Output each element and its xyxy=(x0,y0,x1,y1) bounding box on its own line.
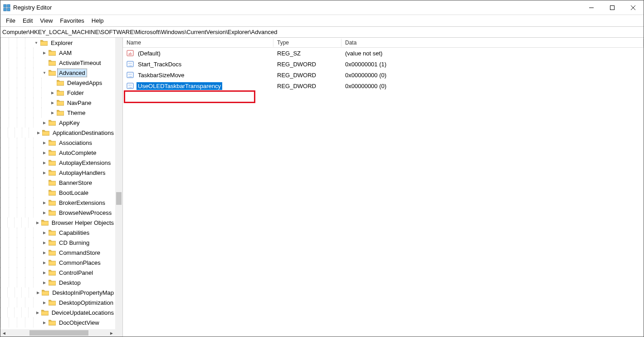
expand-icon[interactable]: ▶ xyxy=(41,51,48,55)
tree-item-label: BootLocale xyxy=(58,189,90,197)
tree-item[interactable]: ▶ControlPanel xyxy=(0,268,115,278)
minimize-icon xyxy=(589,5,594,10)
tree-item[interactable]: ▶ApplicationDestinations xyxy=(0,128,115,138)
window-controls xyxy=(581,0,644,15)
expand-icon[interactable]: ▶ xyxy=(41,281,48,285)
maximize-button[interactable] xyxy=(602,0,623,15)
folder-icon xyxy=(49,259,56,266)
expand-icon[interactable]: ▶ xyxy=(49,111,56,115)
tree-item[interactable]: ActivateTimeout xyxy=(0,58,115,68)
expand-icon[interactable]: ▶ xyxy=(41,271,48,275)
tree-item[interactable]: ▶AppKey xyxy=(0,118,115,128)
menu-favorites[interactable]: Favorites xyxy=(56,16,88,25)
tree-item[interactable]: ▶NavPane xyxy=(0,98,115,108)
titlebar[interactable]: Registry Editor xyxy=(0,0,644,15)
value-row[interactable]: ab(Default)REG_SZ(value not set) xyxy=(123,48,644,59)
expand-icon[interactable]: ▶ xyxy=(49,91,56,95)
tree-item[interactable]: ▼Explorer xyxy=(0,38,115,48)
tree-item[interactable]: ▶BrokerExtensions xyxy=(0,198,115,208)
folder-icon xyxy=(42,289,49,296)
expand-icon[interactable]: ▶ xyxy=(35,221,40,225)
expand-icon[interactable]: ▼ xyxy=(41,71,48,75)
expand-icon[interactable]: ▶ xyxy=(41,241,48,245)
expand-icon[interactable]: ▶ xyxy=(35,291,41,295)
tree-item[interactable]: BootLocale xyxy=(0,188,115,198)
expand-icon[interactable]: ▶ xyxy=(41,261,48,265)
tree-item-label: CommonPlaces xyxy=(58,259,102,267)
menubar: File Edit View Favorites Help xyxy=(0,15,644,27)
folder-icon xyxy=(49,199,56,206)
expand-icon[interactable]: ▶ xyxy=(41,231,48,235)
tree-vertical-scrollbar[interactable] xyxy=(115,38,122,329)
menu-help[interactable]: Help xyxy=(88,16,107,25)
value-row[interactable]: 011110Start_TrackDocsREG_DWORD0x00000001… xyxy=(123,59,644,69)
tree-item[interactable]: ▶AAM xyxy=(0,48,115,58)
tree-pane: ▼Explorer▶AAMActivateTimeout▼AdvancedDel… xyxy=(0,38,123,337)
scrollbar-thumb[interactable] xyxy=(116,192,122,205)
tree-horizontal-scrollbar[interactable]: ◄ ► xyxy=(0,329,115,337)
expand-icon[interactable]: ▶ xyxy=(36,131,41,135)
expand-icon[interactable]: ▶ xyxy=(41,151,48,155)
tree-item[interactable]: ▶DeviceUpdateLocations xyxy=(0,307,115,317)
expand-icon[interactable]: ▶ xyxy=(41,251,48,255)
tree-item[interactable]: ▶AutoComplete xyxy=(0,148,115,158)
binary-value-icon: 011110 xyxy=(127,71,134,79)
value-list[interactable]: ab(Default)REG_SZ(value not set)011110St… xyxy=(123,48,644,337)
column-name[interactable]: Name xyxy=(123,39,273,47)
maximize-icon xyxy=(610,5,615,10)
column-type[interactable]: Type xyxy=(273,39,342,47)
expand-icon[interactable]: ▶ xyxy=(41,211,48,215)
value-row[interactable]: 011110UseOLEDTaskbarTransparencyREG_DWOR… xyxy=(123,80,644,91)
tree-item-label: CommandStore xyxy=(58,249,102,257)
expand-icon[interactable]: ▶ xyxy=(41,171,48,175)
expand-icon[interactable]: ▶ xyxy=(35,311,40,315)
value-data: 0x00000001 (1) xyxy=(342,61,644,68)
tree-item-label: DeviceUpdateLocations xyxy=(50,309,115,317)
tree-item-label: DesktopOptimization xyxy=(58,299,115,307)
tree-item[interactable]: ▶CD Burning xyxy=(0,238,115,248)
folder-icon xyxy=(49,269,56,276)
tree-item[interactable]: ▶DesktopOptimization xyxy=(0,297,115,307)
menu-view[interactable]: View xyxy=(36,16,56,25)
expand-icon[interactable]: ▶ xyxy=(41,141,48,145)
menu-edit[interactable]: Edit xyxy=(19,16,36,25)
tree-item[interactable]: ▼Advanced xyxy=(0,68,115,78)
value-row[interactable]: 011110TaskbarSizeMoveREG_DWORD0x00000000… xyxy=(123,69,644,80)
tree-item[interactable]: ▶Browser Helper Objects xyxy=(0,218,115,228)
close-button[interactable] xyxy=(623,0,644,15)
titlebar-text: Registry Editor xyxy=(13,4,52,11)
tree-item[interactable]: ▶BrowseNewProcess xyxy=(0,208,115,218)
tree-item[interactable]: DelayedApps xyxy=(0,78,115,88)
address-bar[interactable]: Computer\HKEY_LOCAL_MACHINE\SOFTWARE\Mic… xyxy=(0,27,644,38)
expand-icon[interactable]: ▶ xyxy=(41,301,48,305)
scrollbar-thumb[interactable] xyxy=(29,330,88,336)
column-data[interactable]: Data xyxy=(342,39,644,47)
tree-item-label: Browser Helper Objects xyxy=(50,219,115,227)
scroll-right-icon[interactable]: ► xyxy=(108,329,115,337)
tree[interactable]: ▼Explorer▶AAMActivateTimeout▼AdvancedDel… xyxy=(0,38,115,329)
tree-item[interactable]: ▶DocObjectView xyxy=(0,317,115,327)
tree-item[interactable]: ▶Associations xyxy=(0,138,115,148)
tree-item-label: Desktop xyxy=(58,279,82,287)
tree-item[interactable]: ▶CommandStore xyxy=(0,248,115,258)
expand-icon[interactable]: ▶ xyxy=(41,321,48,325)
menu-file[interactable]: File xyxy=(2,16,19,25)
value-name: Start_TrackDocs xyxy=(137,60,183,68)
tree-item[interactable]: BannerStore xyxy=(0,178,115,188)
tree-item[interactable]: ▶DesktopIniPropertyMap xyxy=(0,287,115,297)
expand-icon[interactable]: ▶ xyxy=(41,161,48,165)
scroll-left-icon[interactable]: ◄ xyxy=(0,329,8,337)
expand-icon[interactable]: ▶ xyxy=(49,101,56,105)
tree-item[interactable]: ▶CommonPlaces xyxy=(0,258,115,268)
tree-item[interactable]: ▶Desktop xyxy=(0,278,115,287)
expand-icon[interactable]: ▼ xyxy=(33,41,39,45)
tree-item-label: ActivateTimeout xyxy=(58,59,102,67)
tree-item[interactable]: ▶Capabilities xyxy=(0,228,115,238)
tree-item[interactable]: ▶AutoplayHandlers xyxy=(0,168,115,178)
tree-item[interactable]: ▶AutoplayExtensions xyxy=(0,158,115,168)
tree-item[interactable]: ▶Theme xyxy=(0,108,115,118)
minimize-button[interactable] xyxy=(581,0,602,15)
tree-item[interactable]: ▶Folder xyxy=(0,88,115,98)
expand-icon[interactable]: ▶ xyxy=(41,121,48,125)
expand-icon[interactable]: ▶ xyxy=(41,201,48,205)
